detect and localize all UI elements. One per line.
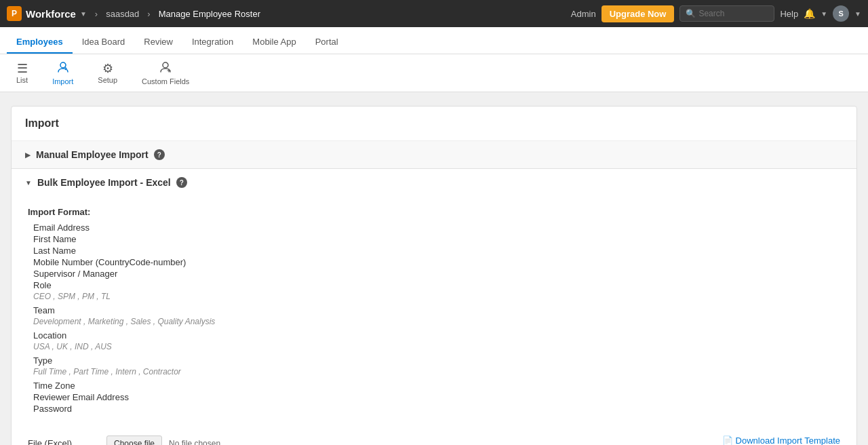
manual-import-header[interactable]: ▶ Manual Employee Import ? <box>12 141 856 168</box>
search-box[interactable]: 🔍 <box>679 5 774 22</box>
breadcrumb-org: saasdad <box>106 9 139 19</box>
format-field-email: Email Address <box>28 222 840 233</box>
toolbar-list-label: List <box>16 76 28 84</box>
format-field-supervisor: Supervisor / Manager <box>28 269 840 279</box>
manual-arrow-icon: ▶ <box>25 151 31 159</box>
format-field-team-values: Development , Marketing , Sales , Qualit… <box>28 317 840 326</box>
admin-label: Admin <box>571 9 596 19</box>
tab-mobile-app[interactable]: Mobile App <box>243 31 305 54</box>
svg-point-1 <box>163 62 168 68</box>
format-field-type: Type <box>28 355 840 366</box>
app-name: Workforce <box>26 8 76 20</box>
format-field-firstname: First Name <box>28 234 840 244</box>
download-icon: 📄 <box>722 436 733 445</box>
main-content: Import ▶ Manual Employee Import ? ▼ Bulk… <box>0 92 868 445</box>
bulk-import-content: Import Format: Email Address First Name … <box>12 196 856 445</box>
bulk-import-section: ▼ Bulk Employee Import - Excel ? Import … <box>12 169 856 445</box>
app-chevron-icon: ▼ <box>80 10 87 18</box>
format-field-team: Team <box>28 305 840 315</box>
tab-employees[interactable]: Employees <box>7 31 73 54</box>
format-field-timezone: Time Zone <box>28 381 840 391</box>
toolbar-list[interactable]: ☰ List <box>11 60 33 87</box>
file-input-area: Choose file No file chosen First row is … <box>106 436 220 445</box>
top-bar: P Workforce ▼ › saasdad › Manage Employe… <box>0 0 868 27</box>
toolbar-import[interactable]: Import <box>47 58 79 88</box>
avatar[interactable]: S <box>833 5 849 22</box>
format-field-lastname: Last Name <box>28 246 840 256</box>
setup-icon: ⚙ <box>102 62 113 75</box>
format-field-role: Role <box>28 280 840 290</box>
breadcrumb-page: Manage Employee Roster <box>159 9 260 19</box>
search-icon: 🔍 <box>686 9 696 18</box>
notification-icon[interactable]: 🔔 <box>804 8 815 19</box>
breadcrumb-sep: › <box>95 9 98 19</box>
svg-point-0 <box>60 62 66 68</box>
tab-portal[interactable]: Portal <box>306 31 348 54</box>
format-field-role-values: CEO , SPM , PM , TL <box>28 292 840 301</box>
tab-idea-board[interactable]: Idea Board <box>73 31 135 54</box>
format-field-password: Password <box>28 404 840 414</box>
notification-chevron-icon: ▼ <box>821 10 827 18</box>
manual-help-icon[interactable]: ? <box>154 149 165 160</box>
bulk-import-label: Bulk Employee Import - Excel <box>37 177 171 188</box>
help-label[interactable]: Help <box>780 9 798 19</box>
search-input[interactable] <box>698 9 766 18</box>
secondary-nav: Employees Idea Board Review Integration … <box>0 27 868 54</box>
app-logo[interactable]: P Workforce ▼ <box>7 6 87 21</box>
tab-review[interactable]: Review <box>134 31 182 54</box>
toolbar-setup-label: Setup <box>98 76 117 84</box>
logo-icon: P <box>7 6 22 21</box>
file-input-row: Choose file No file chosen <box>106 436 220 445</box>
file-upload-row: File (Excel) Choose file No file chosen … <box>28 436 220 445</box>
format-field-location: Location <box>28 330 840 341</box>
custom-fields-icon <box>159 60 172 76</box>
choose-file-button[interactable]: Choose file <box>106 436 162 445</box>
manual-import-section: ▶ Manual Employee Import ? <box>12 141 856 169</box>
format-field-location-values: USA , UK , IND , AUS <box>28 342 840 351</box>
format-field-reviewer: Reviewer Email Address <box>28 392 840 402</box>
import-icon <box>56 60 70 76</box>
list-icon: ☰ <box>17 62 28 75</box>
bulk-help-icon[interactable]: ? <box>176 177 187 188</box>
file-label: File (Excel) <box>28 436 96 445</box>
download-label: Download Import Template <box>736 436 840 445</box>
toolbar: ☰ List Import ⚙ Setup Custom Fields <box>0 54 868 92</box>
bulk-import-header[interactable]: ▼ Bulk Employee Import - Excel ? <box>12 169 856 196</box>
import-format-label: Import Format: <box>28 207 840 217</box>
manual-import-label: Manual Employee Import <box>36 149 149 160</box>
no-file-text: No file chosen <box>169 439 220 445</box>
upgrade-button[interactable]: Upgrade Now <box>601 5 675 22</box>
avatar-chevron-icon: ▼ <box>854 10 861 18</box>
breadcrumb-sep2: › <box>147 9 150 19</box>
toolbar-setup[interactable]: ⚙ Setup <box>92 60 123 87</box>
import-card-title: Import <box>12 107 856 141</box>
toolbar-custom-fields-label: Custom Fields <box>142 77 189 85</box>
format-field-type-values: Full Time , Part Time , Intern , Contrac… <box>28 367 840 376</box>
toolbar-import-label: Import <box>52 77 73 85</box>
download-template-link[interactable]: 📄 Download Import Template <box>722 436 840 445</box>
import-card: Import ▶ Manual Employee Import ? ▼ Bulk… <box>11 106 857 445</box>
bulk-arrow-icon: ▼ <box>25 179 32 187</box>
download-link-area: 📄 Download Import Template <box>722 436 840 445</box>
format-field-mobile: Mobile Number (CountryCode-number) <box>28 257 840 267</box>
tab-integration[interactable]: Integration <box>182 31 243 54</box>
toolbar-custom-fields[interactable]: Custom Fields <box>136 58 195 88</box>
